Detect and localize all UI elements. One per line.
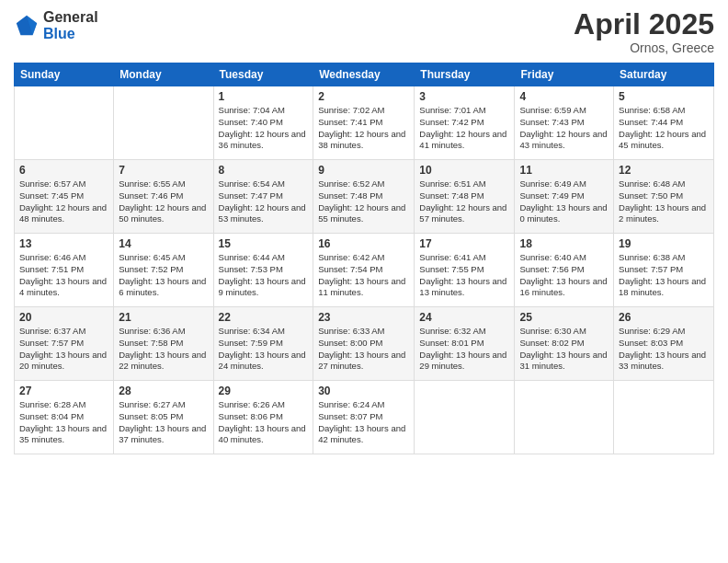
day-number: 1	[219, 90, 309, 103]
calendar-cell: 4Sunrise: 6:59 AM Sunset: 7:43 PM Daylig…	[515, 86, 614, 160]
location: Ornos, Greece	[574, 40, 714, 55]
day-number: 18	[519, 237, 609, 250]
calendar-cell	[415, 381, 515, 454]
day-info: Sunrise: 6:30 AM Sunset: 8:02 PM Dayligh…	[519, 326, 609, 373]
calendar-cell: 21Sunrise: 6:36 AM Sunset: 7:58 PM Dayli…	[114, 307, 213, 381]
calendar-cell: 7Sunrise: 6:55 AM Sunset: 7:46 PM Daylig…	[114, 160, 213, 234]
day-info: Sunrise: 6:37 AM Sunset: 7:57 PM Dayligh…	[19, 326, 108, 373]
day-number: 28	[119, 385, 208, 397]
day-info: Sunrise: 6:40 AM Sunset: 7:56 PM Dayligh…	[519, 252, 609, 299]
calendar-cell: 20Sunrise: 6:37 AM Sunset: 7:57 PM Dayli…	[15, 307, 114, 381]
day-info: Sunrise: 6:48 AM Sunset: 7:50 PM Dayligh…	[619, 178, 709, 225]
calendar-cell: 9Sunrise: 6:52 AM Sunset: 7:48 PM Daylig…	[313, 160, 415, 234]
day-info: Sunrise: 6:28 AM Sunset: 8:04 PM Dayligh…	[19, 399, 108, 446]
header-day-friday: Friday	[515, 63, 614, 86]
day-number: 9	[318, 164, 409, 177]
day-info: Sunrise: 6:27 AM Sunset: 8:05 PM Dayligh…	[119, 399, 208, 446]
calendar-cell: 15Sunrise: 6:44 AM Sunset: 7:53 PM Dayli…	[213, 234, 313, 307]
calendar-cell: 12Sunrise: 6:48 AM Sunset: 7:50 PM Dayli…	[614, 160, 714, 234]
calendar-cell: 6Sunrise: 6:57 AM Sunset: 7:45 PM Daylig…	[15, 160, 114, 234]
day-number: 8	[219, 164, 309, 177]
day-number: 6	[19, 164, 108, 177]
calendar-cell: 16Sunrise: 6:42 AM Sunset: 7:54 PM Dayli…	[313, 234, 415, 307]
week-row-4: 27Sunrise: 6:28 AM Sunset: 8:04 PM Dayli…	[15, 381, 714, 454]
calendar-cell	[114, 86, 213, 160]
day-number: 15	[219, 237, 309, 250]
calendar-cell: 8Sunrise: 6:54 AM Sunset: 7:47 PM Daylig…	[213, 160, 313, 234]
day-info: Sunrise: 6:55 AM Sunset: 7:46 PM Dayligh…	[119, 178, 208, 225]
day-info: Sunrise: 6:58 AM Sunset: 7:44 PM Dayligh…	[619, 105, 709, 152]
day-number: 2	[318, 90, 409, 103]
day-info: Sunrise: 6:24 AM Sunset: 8:07 PM Dayligh…	[318, 399, 409, 446]
calendar-cell: 25Sunrise: 6:30 AM Sunset: 8:02 PM Dayli…	[515, 307, 614, 381]
day-number: 14	[119, 237, 208, 250]
header-day-sunday: Sunday	[15, 63, 114, 86]
logo-text: General Blue	[43, 9, 98, 41]
calendar-cell: 28Sunrise: 6:27 AM Sunset: 8:05 PM Dayli…	[114, 381, 213, 454]
day-info: Sunrise: 6:36 AM Sunset: 7:58 PM Dayligh…	[119, 326, 208, 373]
day-info: Sunrise: 6:33 AM Sunset: 8:00 PM Dayligh…	[318, 326, 409, 373]
calendar-cell: 27Sunrise: 6:28 AM Sunset: 8:04 PM Dayli…	[15, 381, 114, 454]
page: General Blue April 2025 Ornos, Greece Su…	[0, 0, 728, 563]
day-number: 19	[619, 237, 709, 250]
day-number: 20	[19, 311, 108, 324]
week-row-1: 6Sunrise: 6:57 AM Sunset: 7:45 PM Daylig…	[15, 160, 714, 234]
day-number: 5	[619, 90, 709, 103]
day-info: Sunrise: 6:49 AM Sunset: 7:49 PM Dayligh…	[519, 178, 609, 225]
day-number: 4	[519, 90, 609, 103]
day-info: Sunrise: 6:45 AM Sunset: 7:52 PM Dayligh…	[119, 252, 208, 299]
calendar-cell: 29Sunrise: 6:26 AM Sunset: 8:06 PM Dayli…	[213, 381, 313, 454]
header-row: SundayMondayTuesdayWednesdayThursdayFrid…	[15, 63, 714, 86]
calendar-cell: 10Sunrise: 6:51 AM Sunset: 7:48 PM Dayli…	[415, 160, 515, 234]
day-number: 7	[119, 164, 208, 177]
day-info: Sunrise: 6:51 AM Sunset: 7:48 PM Dayligh…	[419, 178, 509, 225]
day-info: Sunrise: 6:42 AM Sunset: 7:54 PM Dayligh…	[318, 252, 409, 299]
title-area: April 2025 Ornos, Greece	[574, 9, 714, 55]
calendar-cell: 1Sunrise: 7:04 AM Sunset: 7:40 PM Daylig…	[213, 86, 313, 160]
calendar-cell: 26Sunrise: 6:29 AM Sunset: 8:03 PM Dayli…	[614, 307, 714, 381]
day-number: 22	[219, 311, 309, 324]
day-info: Sunrise: 7:02 AM Sunset: 7:41 PM Dayligh…	[318, 105, 409, 152]
day-info: Sunrise: 6:38 AM Sunset: 7:57 PM Dayligh…	[619, 252, 709, 299]
day-info: Sunrise: 6:32 AM Sunset: 8:01 PM Dayligh…	[419, 326, 509, 373]
calendar-cell: 22Sunrise: 6:34 AM Sunset: 7:59 PM Dayli…	[213, 307, 313, 381]
header-day-thursday: Thursday	[415, 63, 515, 86]
calendar-cell	[515, 381, 614, 454]
day-info: Sunrise: 6:34 AM Sunset: 7:59 PM Dayligh…	[219, 326, 309, 373]
calendar-cell: 5Sunrise: 6:58 AM Sunset: 7:44 PM Daylig…	[614, 86, 714, 160]
calendar-cell: 3Sunrise: 7:01 AM Sunset: 7:42 PM Daylig…	[415, 86, 515, 160]
header: General Blue April 2025 Ornos, Greece	[14, 9, 714, 55]
month-title: April 2025	[574, 9, 714, 39]
logo-icon	[14, 13, 40, 39]
day-info: Sunrise: 6:26 AM Sunset: 8:06 PM Dayligh…	[219, 399, 309, 446]
day-number: 21	[119, 311, 208, 324]
calendar-cell	[15, 86, 114, 160]
day-info: Sunrise: 6:44 AM Sunset: 7:53 PM Dayligh…	[219, 252, 309, 299]
day-number: 25	[519, 311, 609, 324]
calendar-cell: 23Sunrise: 6:33 AM Sunset: 8:00 PM Dayli…	[313, 307, 415, 381]
day-info: Sunrise: 6:41 AM Sunset: 7:55 PM Dayligh…	[419, 252, 509, 299]
day-number: 3	[419, 90, 509, 103]
calendar-cell: 19Sunrise: 6:38 AM Sunset: 7:57 PM Dayli…	[614, 234, 714, 307]
day-info: Sunrise: 6:52 AM Sunset: 7:48 PM Dayligh…	[318, 178, 409, 225]
day-number: 23	[318, 311, 409, 324]
calendar-cell: 18Sunrise: 6:40 AM Sunset: 7:56 PM Dayli…	[515, 234, 614, 307]
day-info: Sunrise: 6:57 AM Sunset: 7:45 PM Dayligh…	[19, 178, 108, 225]
day-number: 10	[419, 164, 509, 177]
calendar-cell: 30Sunrise: 6:24 AM Sunset: 8:07 PM Dayli…	[313, 381, 415, 454]
logo: General Blue	[14, 9, 98, 41]
day-info: Sunrise: 7:01 AM Sunset: 7:42 PM Dayligh…	[419, 105, 509, 152]
day-number: 17	[419, 237, 509, 250]
week-row-2: 13Sunrise: 6:46 AM Sunset: 7:51 PM Dayli…	[15, 234, 714, 307]
calendar-cell: 17Sunrise: 6:41 AM Sunset: 7:55 PM Dayli…	[415, 234, 515, 307]
day-number: 26	[619, 311, 709, 324]
day-info: Sunrise: 6:46 AM Sunset: 7:51 PM Dayligh…	[19, 252, 108, 299]
calendar-cell: 11Sunrise: 6:49 AM Sunset: 7:49 PM Dayli…	[515, 160, 614, 234]
day-info: Sunrise: 6:59 AM Sunset: 7:43 PM Dayligh…	[519, 105, 609, 152]
day-number: 16	[318, 237, 409, 250]
header-day-tuesday: Tuesday	[213, 63, 313, 86]
day-info: Sunrise: 6:54 AM Sunset: 7:47 PM Dayligh…	[219, 178, 309, 225]
day-number: 27	[19, 385, 108, 397]
day-number: 11	[519, 164, 609, 177]
header-day-saturday: Saturday	[614, 63, 714, 86]
